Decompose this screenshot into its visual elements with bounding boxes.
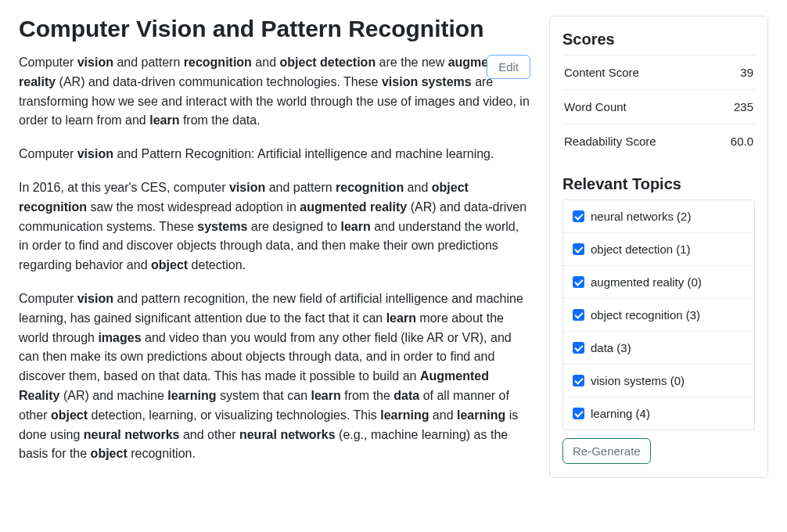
topic-checkbox[interactable] bbox=[573, 309, 584, 321]
topic-row: learning (4) bbox=[563, 397, 754, 430]
topic-checkbox[interactable] bbox=[573, 276, 584, 288]
topic-label: data (3) bbox=[591, 341, 631, 354]
score-row: Readability Score 60.0 bbox=[562, 124, 755, 158]
topic-label: vision systems (0) bbox=[591, 374, 685, 387]
topic-row: object detection (1) bbox=[563, 232, 754, 265]
score-value: 60.0 bbox=[731, 135, 753, 148]
article-body: Edit Computer vision and pattern recogni… bbox=[19, 53, 530, 464]
topic-row: object recognition (3) bbox=[563, 298, 754, 331]
article-paragraph: Computer vision and pattern recognition … bbox=[19, 53, 530, 131]
topic-row: augmented reality (0) bbox=[563, 265, 754, 298]
topics-list: neural networks (2) object detection (1)… bbox=[562, 200, 755, 430]
topic-row: neural networks (2) bbox=[563, 200, 754, 232]
topic-label: object recognition (3) bbox=[591, 308, 700, 322]
regenerate-button[interactable]: Re-Generate bbox=[562, 438, 651, 464]
score-value: 235 bbox=[734, 100, 753, 113]
topic-checkbox[interactable] bbox=[573, 243, 584, 255]
page-title: Computer Vision and Pattern Recognition bbox=[19, 16, 530, 42]
topic-checkbox[interactable] bbox=[573, 375, 584, 386]
topic-row: vision systems (0) bbox=[563, 364, 754, 397]
edit-button[interactable]: Edit bbox=[487, 55, 530, 79]
score-value: 39 bbox=[740, 66, 753, 79]
score-label: Word Count bbox=[564, 100, 627, 113]
topic-checkbox[interactable] bbox=[573, 342, 584, 354]
topics-heading: Relevant Topics bbox=[562, 175, 755, 193]
topic-checkbox[interactable] bbox=[573, 210, 584, 222]
scores-list: Content Score 39 Word Count 235 Readabil… bbox=[562, 55, 755, 158]
topic-label: augmented reality (0) bbox=[591, 275, 702, 289]
topic-row: data (3) bbox=[563, 331, 754, 364]
article-paragraph: Computer vision and Pattern Recognition:… bbox=[19, 145, 530, 164]
article-paragraph: In 2016, at this year's CES, computer vi… bbox=[19, 178, 530, 275]
article-paragraph: Computer vision and pattern recognition,… bbox=[19, 289, 530, 464]
score-label: Readability Score bbox=[564, 135, 656, 148]
topic-label: neural networks (2) bbox=[591, 210, 691, 223]
topic-checkbox[interactable] bbox=[573, 408, 584, 419]
side-panel: Scores Content Score 39 Word Count 235 R… bbox=[549, 16, 768, 478]
main-column: Computer Vision and Pattern Recognition … bbox=[19, 16, 530, 478]
score-row: Word Count 235 bbox=[562, 89, 755, 124]
score-row: Content Score 39 bbox=[562, 55, 755, 89]
topic-label: object detection (1) bbox=[591, 243, 691, 256]
topic-label: learning (4) bbox=[591, 407, 650, 420]
scores-heading: Scores bbox=[562, 31, 755, 49]
score-label: Content Score bbox=[564, 66, 639, 79]
